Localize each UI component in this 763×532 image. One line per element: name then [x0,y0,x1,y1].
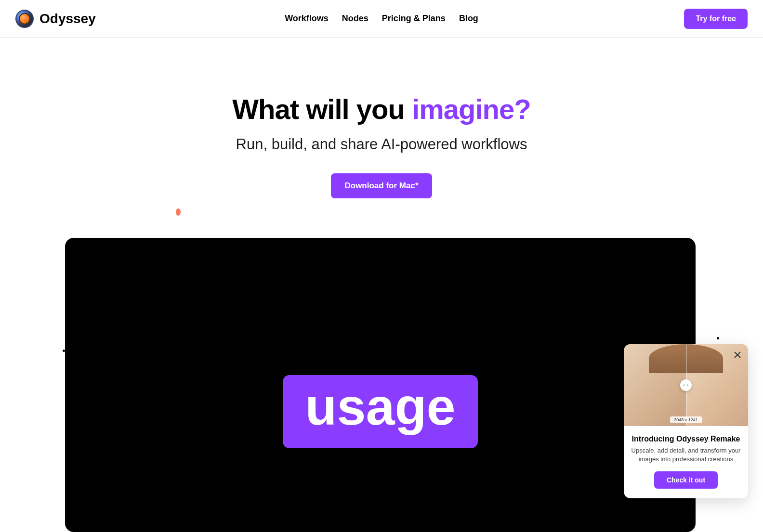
video-container[interactable]: usage [65,238,696,532]
popup-cta-button[interactable]: Check it out [654,471,718,489]
hero-title: What will you imagine? [0,93,763,125]
logo-text: Odyssey [39,11,96,26]
promo-popup: 2048 x 1241 Introducing Odyssey Remake U… [624,344,748,498]
hero-title-prefix: What will you [232,93,412,125]
header: Odyssey Workflows Nodes Pricing & Plans … [0,0,763,38]
hero-section: What will you imagine? Run, build, and s… [0,38,763,198]
nav-pricing[interactable]: Pricing & Plans [382,13,446,24]
slider-handle-icon[interactable] [680,379,692,391]
close-icon[interactable] [732,349,743,361]
nav-blog[interactable]: Blog [459,13,478,24]
popup-dimensions-badge: 2048 x 1241 [670,416,702,423]
nav-nodes[interactable]: Nodes [342,13,368,24]
arrows-horizontal-icon [683,382,689,388]
try-free-button[interactable]: Try for free [684,9,748,29]
nav-workflows[interactable]: Workflows [285,13,329,24]
hero-title-accent: imagine? [412,93,531,125]
download-button[interactable]: Download for Mac* [331,173,432,198]
popup-comparison-image[interactable]: 2048 x 1241 [624,344,748,426]
decorative-blob [176,208,181,216]
popup-content: Introducing Odyssey Remake Upscale, add … [624,426,748,498]
video-overlay-label: usage [283,375,477,448]
popup-title: Introducing Odyssey Remake [631,435,741,443]
logo-icon [15,10,34,28]
popup-description: Upscale, add detail, and transform your … [631,446,741,464]
main-nav: Workflows Nodes Pricing & Plans Blog [285,13,478,24]
decorative-dot [717,337,719,339]
hero-subtitle: Run, build, and share AI-powered workflo… [0,136,763,153]
logo-group[interactable]: Odyssey [15,10,96,28]
